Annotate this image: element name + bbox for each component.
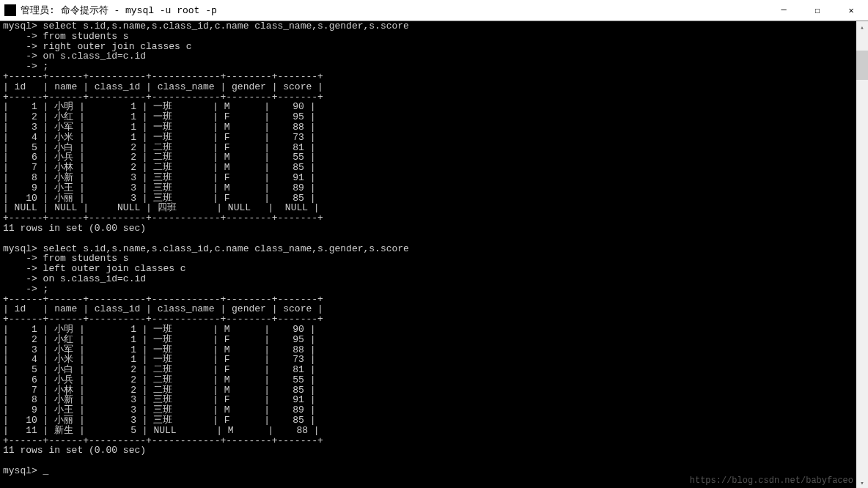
scroll-up-button[interactable]: ▴ xyxy=(856,21,868,33)
minimize-button[interactable]: — xyxy=(767,0,801,21)
scroll-down-button[interactable]: ▾ xyxy=(856,477,868,488)
window-title: 管理员: 命令提示符 - mysql -u root -p xyxy=(21,4,217,17)
window-titlebar: 管理员: 命令提示符 - mysql -u root -p — ☐ ✕ xyxy=(0,0,868,21)
maximize-button[interactable]: ☐ xyxy=(801,0,834,21)
vertical-scrollbar[interactable]: ▴ ▾ xyxy=(856,21,868,488)
app-icon xyxy=(4,4,16,16)
close-button[interactable]: ✕ xyxy=(834,0,868,21)
scroll-thumb[interactable] xyxy=(856,51,868,80)
terminal-output[interactable]: mysql> select s.id,s.name,s.class_id,c.n… xyxy=(0,21,868,488)
watermark: https://blog.csdn.net/babyfaceo xyxy=(690,476,853,486)
